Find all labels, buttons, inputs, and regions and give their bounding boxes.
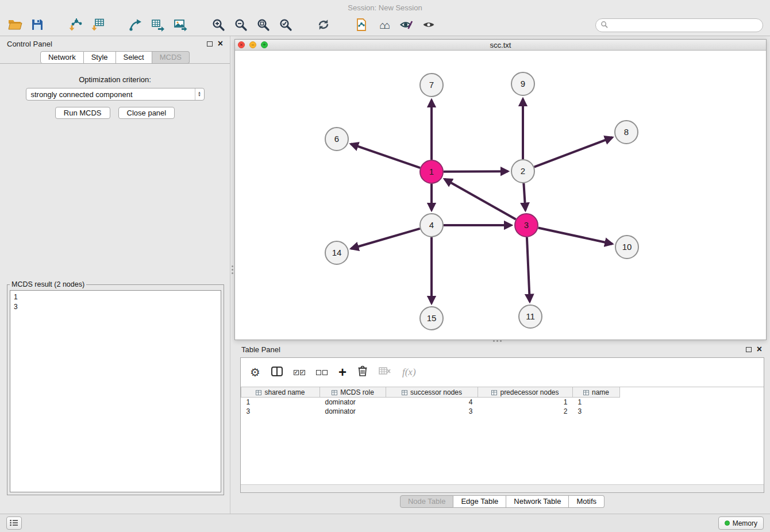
close-panel-icon[interactable]: × (218, 40, 223, 47)
table-row[interactable]: 3dominator323 (241, 407, 764, 416)
search-input[interactable] (611, 21, 758, 29)
column-type-icon (583, 390, 589, 395)
open-session-button[interactable] (6, 17, 24, 34)
maximize-window-icon[interactable]: + (261, 41, 268, 48)
graph-node-9[interactable]: 9 (511, 72, 534, 95)
select-all-icon[interactable]: ✓✓ (294, 370, 305, 375)
graph-node-1[interactable]: 1 (420, 160, 443, 183)
gear-icon[interactable]: ⚙ (250, 365, 260, 379)
graph-node-7[interactable]: 7 (420, 74, 443, 97)
graph-node-4[interactable]: 4 (420, 214, 443, 237)
window-title: Session: New Session (348, 3, 422, 12)
column-header-name[interactable]: name (573, 387, 620, 398)
optimization-select-value: strongly connected component (31, 90, 133, 99)
graph-edge-2-8[interactable] (534, 137, 613, 167)
graph-node-3[interactable]: 3 (515, 214, 538, 237)
tab-mcds[interactable]: MCDS (152, 51, 190, 64)
network-view-window: × − + scc.txt 7968124314101511 (234, 39, 767, 340)
tab-network[interactable]: Network (40, 51, 84, 64)
table-empty-area (241, 416, 764, 485)
column-header-MCDS-role[interactable]: MCDS role (320, 387, 386, 398)
close-table-panel-icon[interactable]: × (757, 346, 762, 353)
svg-text:3: 3 (524, 220, 529, 230)
export-image-button[interactable] (171, 17, 190, 34)
graph-edge-3-10[interactable] (538, 228, 613, 244)
graph-node-11[interactable]: 11 (519, 305, 542, 328)
import-network-button[interactable] (66, 17, 84, 34)
tab-edge-table[interactable]: Edge Table (453, 495, 506, 508)
add-icon[interactable]: + (338, 367, 346, 378)
graph-edge-3-1[interactable] (445, 179, 516, 219)
node-table: shared nameMCDS rolesuccessor nodesprede… (241, 387, 764, 416)
refresh-view-button[interactable] (314, 17, 333, 34)
zoom-out-button[interactable] (232, 17, 250, 34)
optimization-select[interactable]: strongly connected component ▲▼ (26, 88, 205, 101)
svg-text:10: 10 (622, 242, 632, 252)
zoom-selected-button[interactable] (276, 17, 295, 34)
svg-text:6: 6 (334, 134, 339, 144)
control-panel-header: Control Panel × (0, 36, 230, 51)
graph-node-8[interactable]: 8 (615, 121, 638, 144)
trash-icon[interactable] (357, 365, 368, 379)
network-window-titlebar[interactable]: × − + scc.txt (235, 40, 766, 51)
task-history-button[interactable] (6, 516, 22, 530)
memory-button[interactable]: Memory (718, 516, 764, 530)
mcds-result-group: MCDS result (2 nodes) 1 3 (7, 280, 224, 495)
close-panel-button[interactable]: Close panel (118, 107, 175, 119)
show-details-button[interactable] (419, 17, 438, 34)
export-image-icon (174, 18, 187, 34)
import-table-button[interactable] (88, 17, 107, 34)
minimize-window-icon[interactable]: − (249, 41, 256, 48)
network-table-button[interactable] (149, 17, 167, 34)
main-toolbar: ⌂⌂ (0, 16, 770, 36)
control-panel-title: Control Panel (7, 40, 52, 48)
horizontal-splitter-grip[interactable] (493, 340, 495, 342)
zoom-fit-button[interactable] (254, 17, 272, 34)
tab-select[interactable]: Select (116, 51, 152, 64)
graph-edge-4-14[interactable] (351, 229, 420, 249)
table-hscrollbar[interactable] (241, 484, 764, 492)
import-network-icon (68, 18, 82, 34)
column-header-shared-name[interactable]: shared name (241, 387, 320, 398)
copy-view-button[interactable] (352, 17, 371, 34)
run-mcds-button[interactable]: Run MCDS (55, 107, 110, 119)
graph-node-6[interactable]: 6 (325, 128, 348, 151)
new-network-button[interactable] (126, 17, 145, 34)
graph-edge-1-6[interactable] (351, 144, 421, 168)
search-box[interactable] (595, 18, 763, 32)
layout-home-button[interactable]: ⌂⌂ (375, 17, 393, 34)
table-toolbar: ⚙ ✓✓ + f(x) (241, 358, 764, 387)
split-column-icon[interactable] (271, 367, 283, 379)
graph-node-10[interactable]: 10 (615, 236, 638, 259)
tab-network-table[interactable]: Network Table (506, 495, 569, 508)
save-session-button[interactable] (28, 17, 47, 34)
graph-node-2[interactable]: 2 (511, 160, 534, 183)
graph-node-14[interactable]: 14 (325, 241, 348, 264)
tab-style[interactable]: Style (84, 51, 116, 64)
graph-edge-3-11[interactable] (527, 237, 530, 302)
float-table-panel-icon[interactable] (746, 347, 752, 352)
svg-text:2: 2 (521, 166, 525, 176)
network-canvas[interactable]: 7968124314101511 (235, 51, 766, 340)
folder-open-icon (7, 18, 22, 34)
float-panel-icon[interactable] (207, 41, 213, 47)
graph-edge-1-2[interactable] (444, 171, 508, 172)
mcds-result-text[interactable]: 1 3 (10, 290, 221, 492)
deselect-all-icon[interactable] (316, 370, 328, 375)
column-header-predecessor-nodes[interactable]: predecessor nodes (478, 387, 573, 398)
svg-text:11: 11 (526, 311, 535, 321)
app-window: Session: New Session (0, 0, 770, 532)
close-window-icon[interactable]: × (238, 41, 245, 48)
svg-text:1: 1 (429, 167, 434, 176)
zoom-in-button[interactable] (209, 17, 228, 34)
vertical-splitter-grip[interactable] (232, 265, 233, 267)
network-share-icon (129, 18, 143, 34)
column-header-successor-nodes[interactable]: successor nodes (386, 387, 478, 398)
tab-motifs[interactable]: Motifs (569, 495, 605, 508)
graph-edge-2-3[interactable] (523, 183, 525, 210)
window-titlebar: Session: New Session (0, 0, 770, 16)
apply-style-button[interactable] (397, 17, 415, 34)
graph-node-15[interactable]: 15 (420, 307, 443, 330)
tab-node-table[interactable]: Node Table (400, 495, 454, 508)
table-row[interactable]: 1dominator411 (241, 398, 764, 407)
